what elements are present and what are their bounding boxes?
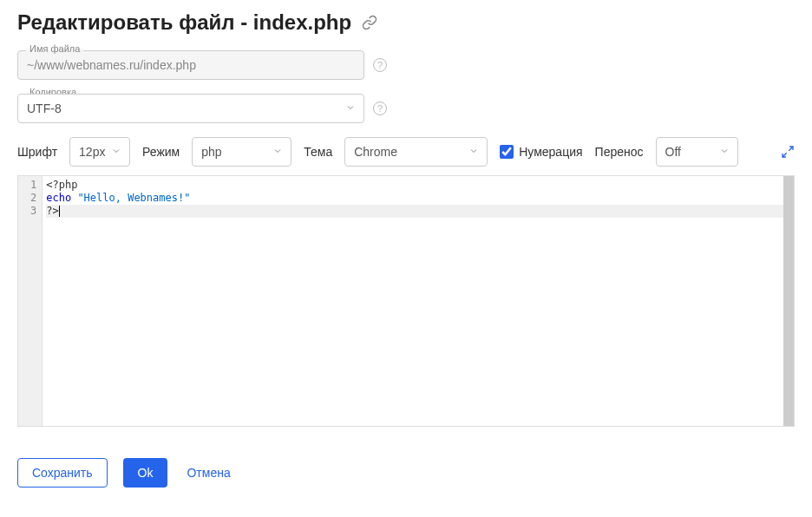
svg-line-1 bbox=[783, 153, 787, 157]
svg-line-0 bbox=[789, 147, 793, 151]
theme-label: Тема bbox=[304, 145, 332, 159]
encoding-select[interactable]: UTF-8 bbox=[17, 94, 364, 123]
filename-label: Имя файла bbox=[26, 43, 83, 54]
ok-button[interactable]: Ok bbox=[123, 458, 168, 488]
filename-input bbox=[17, 50, 364, 80]
gutter: 123 bbox=[18, 176, 43, 426]
mode-select[interactable]: php bbox=[192, 137, 291, 167]
code-line[interactable]: <?php bbox=[46, 179, 790, 192]
help-icon[interactable]: ? bbox=[373, 101, 387, 115]
numbering-checkbox-wrap[interactable]: Нумерация bbox=[500, 145, 582, 159]
expand-icon[interactable] bbox=[781, 145, 795, 159]
code-line[interactable]: ?> bbox=[46, 205, 790, 218]
numbering-label: Нумерация bbox=[519, 145, 582, 159]
wrap-label: Перенос bbox=[595, 145, 644, 159]
mode-label: Режим bbox=[142, 145, 180, 159]
permalink-icon[interactable] bbox=[362, 15, 377, 30]
numbering-checkbox[interactable] bbox=[500, 145, 514, 159]
page-title: Редактировать файл - index.php bbox=[17, 10, 351, 35]
code-area[interactable]: <?phpecho "Hello, Webnames!"?> bbox=[43, 176, 794, 426]
scrollbar-vertical[interactable] bbox=[783, 176, 794, 426]
theme-select[interactable]: Chrome bbox=[344, 137, 488, 167]
line-number: 1 bbox=[30, 179, 36, 192]
cursor bbox=[59, 206, 60, 217]
cancel-button[interactable]: Отмена bbox=[183, 459, 233, 487]
wrap-select[interactable]: Off bbox=[656, 137, 738, 167]
line-number: 2 bbox=[30, 192, 36, 205]
scrollbar-thumb[interactable] bbox=[783, 176, 794, 426]
line-number: 3 bbox=[30, 205, 36, 218]
code-editor[interactable]: 123 <?phpecho "Hello, Webnames!"?> bbox=[17, 175, 795, 427]
help-icon[interactable]: ? bbox=[373, 58, 387, 72]
font-label: Шрифт bbox=[17, 145, 57, 159]
font-size-select[interactable]: 12px bbox=[69, 137, 130, 167]
code-line[interactable]: echo "Hello, Webnames!" bbox=[46, 192, 790, 205]
save-button[interactable]: Сохранить bbox=[17, 458, 108, 488]
